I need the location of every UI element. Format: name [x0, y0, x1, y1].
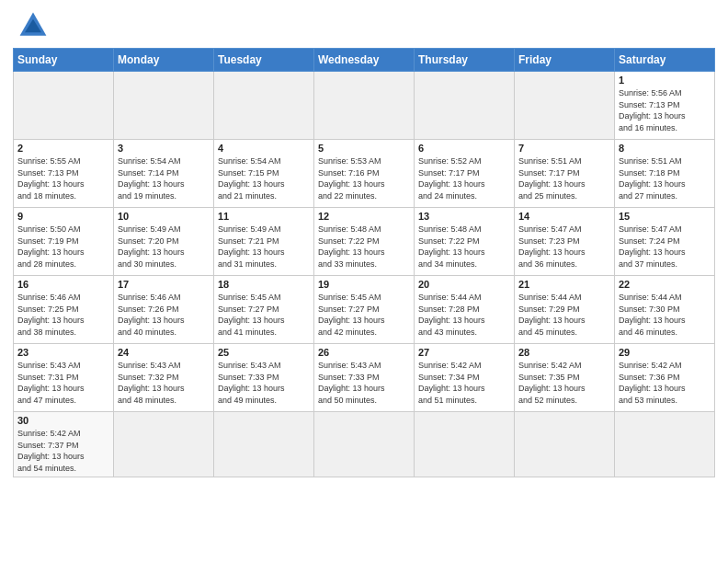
calendar-cell: 15Sunrise: 5:47 AMSunset: 7:24 PMDayligh… — [615, 208, 715, 276]
day-number: 13 — [418, 211, 510, 222]
day-info: Sunrise: 5:43 AMSunset: 7:32 PMDaylight:… — [118, 360, 210, 406]
calendar-cell: 9Sunrise: 5:50 AMSunset: 7:19 PMDaylight… — [14, 208, 114, 276]
calendar-cell: 23Sunrise: 5:43 AMSunset: 7:31 PMDayligh… — [14, 344, 114, 412]
day-info: Sunrise: 5:46 AMSunset: 7:25 PMDaylight:… — [17, 292, 109, 338]
calendar-cell: 27Sunrise: 5:42 AMSunset: 7:34 PMDayligh… — [415, 344, 515, 412]
weekday-header-saturday: Saturday — [615, 49, 715, 72]
calendar-cell: 29Sunrise: 5:42 AMSunset: 7:36 PMDayligh… — [615, 344, 715, 412]
day-info: Sunrise: 5:55 AMSunset: 7:13 PMDaylight:… — [17, 155, 109, 201]
day-number: 6 — [418, 143, 510, 154]
day-info: Sunrise: 5:46 AMSunset: 7:26 PMDaylight:… — [118, 292, 210, 338]
calendar-cell: 5Sunrise: 5:53 AMSunset: 7:16 PMDaylight… — [314, 140, 415, 208]
calendar-cell: 20Sunrise: 5:44 AMSunset: 7:28 PMDayligh… — [415, 276, 515, 344]
calendar-cell — [515, 72, 615, 140]
day-number: 14 — [518, 211, 610, 222]
calendar: SundayMondayTuesdayWednesdayThursdayFrid… — [13, 48, 715, 477]
day-number: 29 — [619, 347, 711, 358]
day-number: 8 — [619, 143, 711, 154]
day-info: Sunrise: 5:56 AMSunset: 7:13 PMDaylight:… — [619, 87, 711, 133]
calendar-cell: 7Sunrise: 5:51 AMSunset: 7:17 PMDaylight… — [515, 140, 615, 208]
logo-icon — [17, 9, 50, 42]
calendar-cell: 16Sunrise: 5:46 AMSunset: 7:25 PMDayligh… — [14, 276, 114, 344]
calendar-week-row: 23Sunrise: 5:43 AMSunset: 7:31 PMDayligh… — [14, 344, 715, 412]
day-number: 19 — [318, 279, 410, 290]
day-number: 12 — [318, 211, 410, 222]
calendar-cell: 28Sunrise: 5:42 AMSunset: 7:35 PMDayligh… — [515, 344, 615, 412]
calendar-cell: 13Sunrise: 5:48 AMSunset: 7:22 PMDayligh… — [415, 208, 515, 276]
calendar-cell: 14Sunrise: 5:47 AMSunset: 7:23 PMDayligh… — [515, 208, 615, 276]
calendar-cell: 2Sunrise: 5:55 AMSunset: 7:13 PMDaylight… — [14, 140, 114, 208]
calendar-cell — [14, 72, 114, 140]
day-number: 16 — [17, 279, 109, 290]
calendar-header-row: SundayMondayTuesdayWednesdayThursdayFrid… — [14, 49, 715, 72]
day-info: Sunrise: 5:45 AMSunset: 7:27 PMDaylight:… — [318, 292, 410, 338]
calendar-week-row: 2Sunrise: 5:55 AMSunset: 7:13 PMDaylight… — [14, 140, 715, 208]
day-number: 4 — [218, 143, 310, 154]
day-info: Sunrise: 5:45 AMSunset: 7:27 PMDaylight:… — [218, 292, 310, 338]
calendar-cell: 24Sunrise: 5:43 AMSunset: 7:32 PMDayligh… — [114, 344, 214, 412]
logo — [13, 9, 50, 42]
day-number: 20 — [418, 279, 510, 290]
calendar-cell — [515, 412, 615, 477]
day-info: Sunrise: 5:52 AMSunset: 7:17 PMDaylight:… — [418, 155, 510, 201]
day-number: 5 — [318, 143, 410, 154]
day-number: 25 — [218, 347, 310, 358]
calendar-cell: 30Sunrise: 5:42 AMSunset: 7:37 PMDayligh… — [14, 412, 114, 477]
calendar-cell — [615, 412, 715, 477]
day-info: Sunrise: 5:42 AMSunset: 7:37 PMDaylight:… — [17, 428, 109, 474]
calendar-cell: 1Sunrise: 5:56 AMSunset: 7:13 PMDaylight… — [615, 72, 715, 140]
calendar-cell: 21Sunrise: 5:44 AMSunset: 7:29 PMDayligh… — [515, 276, 615, 344]
day-info: Sunrise: 5:42 AMSunset: 7:36 PMDaylight:… — [619, 360, 711, 406]
day-info: Sunrise: 5:48 AMSunset: 7:22 PMDaylight:… — [318, 224, 410, 270]
calendar-cell — [314, 72, 415, 140]
day-info: Sunrise: 5:43 AMSunset: 7:31 PMDaylight:… — [17, 360, 109, 406]
weekday-header-tuesday: Tuesday — [214, 49, 314, 72]
day-info: Sunrise: 5:51 AMSunset: 7:17 PMDaylight:… — [518, 155, 610, 201]
day-info: Sunrise: 5:51 AMSunset: 7:18 PMDaylight:… — [619, 155, 711, 201]
day-number: 24 — [118, 347, 210, 358]
calendar-cell — [314, 412, 415, 477]
day-info: Sunrise: 5:42 AMSunset: 7:34 PMDaylight:… — [418, 360, 510, 406]
calendar-cell — [415, 72, 515, 140]
day-number: 21 — [518, 279, 610, 290]
day-number: 15 — [619, 211, 711, 222]
calendar-week-row: 9Sunrise: 5:50 AMSunset: 7:19 PMDaylight… — [14, 208, 715, 276]
day-number: 18 — [218, 279, 310, 290]
calendar-cell: 18Sunrise: 5:45 AMSunset: 7:27 PMDayligh… — [214, 276, 314, 344]
calendar-cell: 12Sunrise: 5:48 AMSunset: 7:22 PMDayligh… — [314, 208, 415, 276]
calendar-cell: 10Sunrise: 5:49 AMSunset: 7:20 PMDayligh… — [114, 208, 214, 276]
day-info: Sunrise: 5:43 AMSunset: 7:33 PMDaylight:… — [318, 360, 410, 406]
day-number: 3 — [118, 143, 210, 154]
day-info: Sunrise: 5:47 AMSunset: 7:23 PMDaylight:… — [518, 224, 610, 270]
day-info: Sunrise: 5:44 AMSunset: 7:28 PMDaylight:… — [418, 292, 510, 338]
weekday-header-sunday: Sunday — [14, 49, 114, 72]
page: SundayMondayTuesdayWednesdayThursdayFrid… — [0, 0, 728, 563]
day-number: 10 — [118, 211, 210, 222]
day-info: Sunrise: 5:42 AMSunset: 7:35 PMDaylight:… — [518, 360, 610, 406]
day-number: 30 — [17, 415, 109, 426]
day-number: 23 — [17, 347, 109, 358]
day-number: 11 — [218, 211, 310, 222]
day-number: 28 — [518, 347, 610, 358]
weekday-header-friday: Friday — [515, 49, 615, 72]
calendar-cell: 6Sunrise: 5:52 AMSunset: 7:17 PMDaylight… — [415, 140, 515, 208]
calendar-cell — [114, 72, 214, 140]
weekday-header-thursday: Thursday — [415, 49, 515, 72]
calendar-cell: 22Sunrise: 5:44 AMSunset: 7:30 PMDayligh… — [615, 276, 715, 344]
calendar-week-row: 1Sunrise: 5:56 AMSunset: 7:13 PMDaylight… — [14, 72, 715, 140]
calendar-week-row: 30Sunrise: 5:42 AMSunset: 7:37 PMDayligh… — [14, 412, 715, 477]
day-number: 2 — [17, 143, 109, 154]
weekday-header-wednesday: Wednesday — [314, 49, 415, 72]
calendar-cell — [214, 412, 314, 477]
calendar-week-row: 16Sunrise: 5:46 AMSunset: 7:25 PMDayligh… — [14, 276, 715, 344]
calendar-cell: 26Sunrise: 5:43 AMSunset: 7:33 PMDayligh… — [314, 344, 415, 412]
day-number: 22 — [619, 279, 711, 290]
day-info: Sunrise: 5:43 AMSunset: 7:33 PMDaylight:… — [218, 360, 310, 406]
day-info: Sunrise: 5:49 AMSunset: 7:20 PMDaylight:… — [118, 224, 210, 270]
day-info: Sunrise: 5:50 AMSunset: 7:19 PMDaylight:… — [17, 224, 109, 270]
day-number: 1 — [619, 75, 711, 86]
calendar-cell — [214, 72, 314, 140]
calendar-cell: 17Sunrise: 5:46 AMSunset: 7:26 PMDayligh… — [114, 276, 214, 344]
day-number: 26 — [318, 347, 410, 358]
calendar-cell: 8Sunrise: 5:51 AMSunset: 7:18 PMDaylight… — [615, 140, 715, 208]
